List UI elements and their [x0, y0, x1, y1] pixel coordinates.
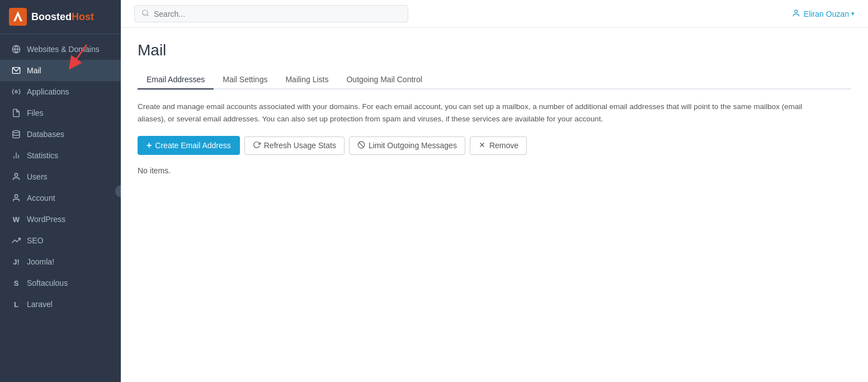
svg-point-13: [143, 10, 148, 15]
sidebar-item-users[interactable]: Users: [0, 166, 121, 187]
main-content: Eliran Ouzan ▾ Mail Email Addresses Mail…: [121, 0, 868, 382]
laravel-icon: L: [11, 299, 21, 309]
sidebar-item-joomla[interactable]: J! Joomla!: [0, 251, 121, 272]
sidebar-item-label: Statistics: [27, 151, 58, 160]
tab-mailing-lists[interactable]: Mailing Lists: [276, 70, 337, 89]
user-area[interactable]: Eliran Ouzan ▾: [792, 9, 855, 19]
svg-line-14: [147, 15, 149, 16]
sidebar-item-label: Laravel: [27, 300, 53, 309]
users-icon: [11, 172, 21, 182]
globe-icon: [11, 44, 21, 54]
page-title: Mail: [138, 41, 851, 59]
svg-point-10: [15, 173, 17, 176]
account-icon: [11, 193, 21, 203]
sidebar-item-websites-domains[interactable]: Websites & Domains: [0, 39, 121, 60]
svg-point-6: [13, 130, 20, 133]
search-icon: [141, 9, 149, 18]
sidebar-item-label: SEO: [27, 236, 44, 245]
svg-point-15: [795, 10, 798, 12]
refresh-icon: [253, 141, 261, 150]
plus-icon: +: [147, 140, 152, 150]
sidebar: BoostedHost Websites & Domains Mail Appl…: [0, 0, 121, 382]
seo-icon: [11, 235, 21, 246]
sidebar-item-label: Softaculous: [27, 279, 68, 287]
sidebar-item-mail[interactable]: Mail: [0, 60, 121, 81]
sidebar-item-files[interactable]: Files: [0, 102, 121, 124]
wordpress-icon: W: [11, 214, 21, 224]
sidebar-item-label: Websites & Domains: [27, 45, 100, 54]
remove-button[interactable]: Remove: [470, 136, 527, 155]
sidebar-item-label: Joomla!: [27, 257, 54, 266]
tab-mail-settings[interactable]: Mail Settings: [214, 70, 276, 89]
page-content: Mail Email Addresses Mail Settings Maili…: [121, 28, 868, 382]
svg-point-11: [15, 195, 17, 197]
chevron-down-icon: ▾: [851, 10, 855, 17]
svg-rect-0: [9, 8, 27, 26]
tab-outgoing-mail-control[interactable]: Outgoing Mail Control: [337, 70, 431, 89]
sidebar-item-label: Account: [27, 194, 55, 202]
no-items-message: No items.: [138, 166, 851, 175]
files-icon: [11, 108, 21, 118]
remove-icon: [478, 141, 486, 150]
sidebar-item-applications[interactable]: Applications: [0, 81, 121, 102]
sidebar-item-label: Applications: [27, 87, 69, 96]
applications-icon: [11, 87, 21, 97]
user-name: Eliran Ouzan: [804, 10, 849, 18]
sidebar-item-seo[interactable]: SEO: [0, 230, 121, 251]
sidebar-item-label: Files: [27, 109, 44, 117]
user-icon: [792, 9, 800, 19]
refresh-button-label: Refresh Usage Stats: [264, 141, 336, 150]
sidebar-item-account[interactable]: Account: [0, 187, 121, 209]
sidebar-item-softaculous[interactable]: S Softaculous: [0, 272, 121, 294]
sidebar-item-databases[interactable]: Databases: [0, 124, 121, 145]
search-input[interactable]: [154, 10, 401, 18]
sidebar-item-laravel[interactable]: L Laravel: [0, 294, 121, 315]
softaculous-icon: S: [11, 278, 21, 288]
mail-icon: [11, 65, 21, 76]
database-icon: [11, 129, 21, 139]
limit-icon: [357, 141, 365, 150]
sidebar-item-statistics[interactable]: Statistics: [0, 145, 121, 166]
search-box[interactable]: [134, 5, 408, 22]
logo[interactable]: BoostedHost: [0, 0, 121, 34]
limit-outgoing-messages-button[interactable]: Limit Outgoing Messages: [349, 136, 465, 155]
refresh-usage-stats-button[interactable]: Refresh Usage Stats: [244, 136, 345, 155]
sidebar-nav: Websites & Domains Mail Applications Fil…: [0, 34, 121, 382]
logo-icon: [9, 8, 27, 26]
sidebar-item-label: Databases: [27, 130, 64, 139]
statistics-icon: [11, 150, 21, 161]
svg-point-5: [15, 91, 17, 93]
logo-text-host: Host: [72, 11, 94, 23]
sidebar-item-label: Users: [27, 172, 48, 181]
page-description: Create and manage email accounts associa…: [138, 101, 809, 125]
sidebar-item-label: WordPress: [27, 215, 65, 224]
limit-button-label: Limit Outgoing Messages: [369, 141, 457, 150]
sidebar-item-label: Mail: [27, 66, 41, 75]
tab-email-addresses[interactable]: Email Addresses: [138, 70, 214, 89]
topbar: Eliran Ouzan ▾: [121, 0, 868, 28]
action-bar: + Create Email Address Refresh Usage Sta…: [138, 136, 851, 155]
create-button-label: Create Email Address: [155, 141, 230, 150]
create-email-address-button[interactable]: + Create Email Address: [138, 136, 240, 155]
tabs: Email Addresses Mail Settings Mailing Li…: [138, 70, 851, 89]
sidebar-item-wordpress[interactable]: W WordPress: [0, 209, 121, 230]
remove-button-label: Remove: [489, 141, 518, 150]
joomla-icon: J!: [11, 257, 21, 267]
logo-text-boosted: Boosted: [31, 11, 72, 23]
svg-line-17: [359, 143, 364, 147]
